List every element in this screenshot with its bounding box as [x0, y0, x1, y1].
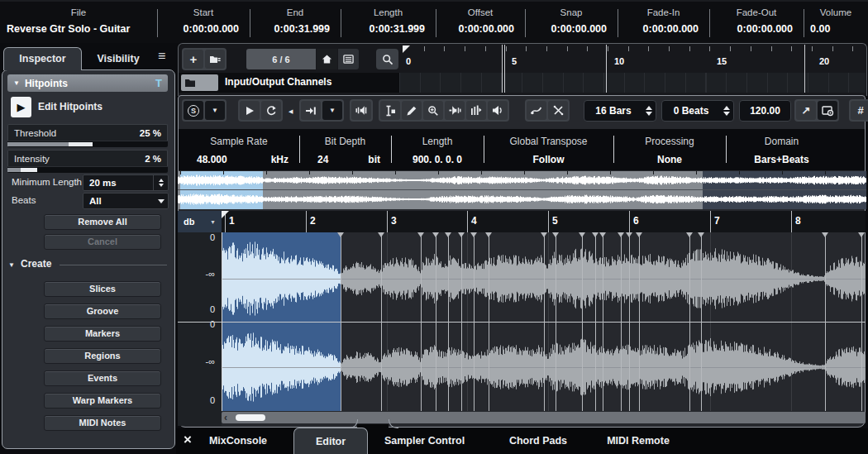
create-collapse-icon[interactable]: ▼: [8, 261, 15, 269]
grid-toggle-button[interactable]: #: [851, 101, 868, 120]
beats-dropdown[interactable]: All: [83, 193, 169, 209]
solo-button[interactable]: S: [184, 101, 203, 120]
zoom-tool-button[interactable]: [423, 101, 443, 120]
audition-play-button[interactable]: [240, 101, 260, 120]
info-column-value[interactable]: 0:00:31.999: [250, 23, 330, 35]
audition-loop-button[interactable]: [261, 101, 281, 120]
info-column-value[interactable]: 0:00:00.000: [618, 23, 699, 35]
threshold-slider-handle[interactable]: [69, 142, 93, 146]
beats-stepper-icon[interactable]: [720, 101, 733, 121]
info-column-value[interactable]: 0:00:00.000: [436, 23, 514, 35]
sidebar-menu-icon[interactable]: ≡: [158, 49, 165, 64]
level-scale-selector[interactable]: db ▼: [178, 211, 222, 232]
draw-tool-button[interactable]: [402, 101, 422, 120]
folder-track-chip[interactable]: [181, 74, 218, 91]
home-icon: [322, 54, 332, 65]
hitpoints-section-header[interactable]: ▼ Hitpoints T: [7, 74, 168, 92]
audio-info-value[interactable]: 900. 0. 0. 0: [391, 154, 484, 165]
ruler-tick: [730, 46, 731, 51]
timewarp-tool-button[interactable]: [466, 101, 486, 120]
info-column-value[interactable]: Reverse Gtr Solo - Guitar: [7, 23, 130, 35]
scrollbar-thumb[interactable]: [236, 414, 265, 421]
tab-sampler-control[interactable]: Sampler Control: [372, 428, 477, 454]
window-layout-button[interactable]: [818, 101, 837, 120]
cancel-button[interactable]: Cancel: [44, 234, 161, 250]
create-button-midi-notes[interactable]: MIDI Notes: [44, 415, 161, 431]
bars-stepper-icon[interactable]: [642, 101, 656, 121]
scale-tick-label: 0: [178, 304, 215, 314]
threshold-slider[interactable]: [7, 141, 168, 147]
tab-inspector[interactable]: Inspector: [3, 47, 82, 70]
intensity-slider-handle[interactable]: [21, 168, 37, 172]
create-button-events[interactable]: Events: [44, 370, 161, 386]
collapse-triangle-icon: ▼: [13, 79, 20, 87]
intensity-control[interactable]: Intensity 2 %: [7, 150, 168, 166]
info-column-value[interactable]: 0:00:00.000: [709, 23, 793, 35]
chevron-down-icon: ▼: [329, 107, 336, 114]
horizontal-scrollbar[interactable]: ‹: [222, 412, 866, 423]
tab-chord-pads[interactable]: Chord Pads: [489, 428, 587, 454]
export-button[interactable]: ↗: [796, 101, 816, 120]
channel-divider: [178, 322, 222, 323]
add-track-button[interactable]: +: [184, 50, 203, 69]
minimum-length-label: Minimum Length: [12, 177, 82, 187]
audio-info-value[interactable]: None: [613, 154, 726, 165]
bar-number: 7: [714, 215, 720, 227]
scrub-tool-button[interactable]: [445, 101, 465, 120]
beats-field[interactable]: 0 Beats: [661, 100, 734, 122]
tiny-left-icon[interactable]: ◀: [289, 108, 293, 115]
track-row[interactable]: Input/Output Channels: [179, 73, 399, 93]
waveform-display[interactable]: [222, 232, 866, 411]
search-button[interactable]: [376, 49, 398, 69]
tab-midi-remote[interactable]: MIDI Remote: [591, 428, 685, 454]
home-view-button[interactable]: [317, 49, 337, 69]
play-tool-button[interactable]: [488, 101, 508, 120]
audio-info-divider: [726, 136, 727, 163]
db-unit-label: db: [184, 217, 210, 227]
create-button-slices[interactable]: Slices: [44, 281, 161, 297]
threshold-control[interactable]: Threshold 25 %: [7, 124, 168, 141]
musical-mode-button[interactable]: [527, 101, 546, 120]
bars-field[interactable]: 16 Bars: [584, 100, 656, 122]
track-list-button[interactable]: [338, 49, 359, 69]
ruler-tick: [587, 46, 588, 51]
tab-visibility[interactable]: Visibility: [82, 48, 155, 70]
intensity-slider-fill: [7, 168, 21, 172]
scroll-left-icon[interactable]: ‹: [224, 412, 227, 423]
audio-info-value[interactable]: Bars+Beats: [726, 154, 837, 165]
project-grid: [399, 73, 866, 93]
range-tool-button[interactable]: [380, 101, 400, 120]
autoscroll-button[interactable]: [301, 101, 321, 120]
solo-icon: S: [188, 105, 199, 117]
edit-hitpoints-button[interactable]: ▶: [11, 97, 31, 117]
remove-all-button[interactable]: Remove All: [44, 214, 161, 230]
autoscroll-dropdown[interactable]: ▼: [322, 101, 342, 120]
close-lower-zone-button[interactable]: ×: [179, 432, 196, 452]
info-column-value[interactable]: 0:00:00.000: [525, 23, 607, 35]
tab-mixconsole[interactable]: MixConsole: [192, 428, 284, 454]
info-column-value[interactable]: 0:00:00.000: [157, 23, 239, 35]
import-preset-button[interactable]: [205, 50, 225, 69]
stepper-icon[interactable]: [153, 175, 168, 190]
tab-editor[interactable]: Editor: [293, 428, 368, 454]
create-button-warp-markers[interactable]: Warp Markers: [44, 393, 161, 409]
info-column-value[interactable]: 0:00:31.999: [341, 23, 425, 35]
ruler-tick: [771, 46, 772, 51]
solo-dropdown[interactable]: ▼: [205, 101, 225, 120]
minimum-length-field[interactable]: 20 ms: [83, 174, 169, 191]
create-button-markers[interactable]: Markers: [44, 326, 161, 342]
create-button-regions[interactable]: Regions: [44, 348, 161, 364]
tempo-field[interactable]: 120.00: [739, 100, 791, 122]
acoustic-feedback-button[interactable]: [351, 101, 371, 120]
project-timeline-ruler[interactable]: 05101520: [399, 45, 866, 73]
free-warp-button[interactable]: [548, 101, 568, 120]
info-column-label: Fade-Out: [709, 7, 804, 17]
info-column-value[interactable]: 0.00: [810, 23, 830, 35]
audio-info-value[interactable]: Follow: [484, 154, 613, 165]
create-button-groove[interactable]: Groove: [44, 303, 161, 319]
audio-info-label: Sample Rate: [179, 136, 299, 147]
bar-tick: [548, 211, 549, 232]
intensity-slider[interactable]: [7, 167, 168, 173]
waveform-overview[interactable]: [178, 171, 866, 209]
bar-ruler[interactable]: 12345678: [222, 211, 866, 232]
